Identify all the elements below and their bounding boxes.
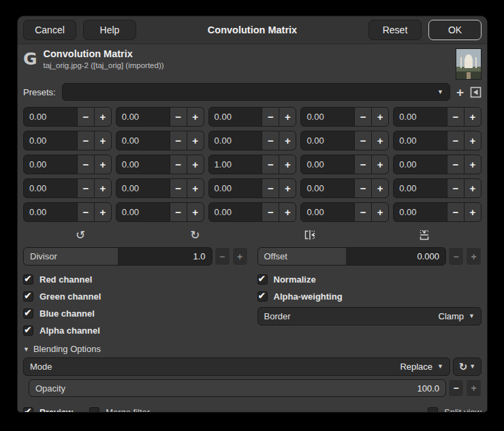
blue-channel-checkbox[interactable]: Blue channel bbox=[23, 305, 248, 322]
increment-button[interactable]: + bbox=[371, 203, 388, 221]
reset-button[interactable]: Reset bbox=[368, 20, 422, 40]
checkbox-box[interactable] bbox=[257, 291, 268, 302]
split-view-checkbox[interactable]: Split view bbox=[428, 404, 482, 413]
decrement-button[interactable]: − bbox=[262, 131, 279, 150]
increment-button[interactable]: + bbox=[279, 179, 296, 197]
preview-checkbox[interactable]: Preview bbox=[23, 404, 73, 413]
matrix-cell-0-2[interactable]: 0.00−+ bbox=[208, 107, 297, 127]
increment-button[interactable]: + bbox=[94, 179, 111, 197]
mode-select[interactable]: Mode Replace ▼ bbox=[23, 357, 450, 376]
matrix-cell-value[interactable]: 0.00 bbox=[394, 131, 447, 150]
increment-button[interactable]: + bbox=[94, 108, 111, 126]
decrement-button[interactable]: − bbox=[447, 108, 464, 126]
matrix-cell-0-4[interactable]: 0.00−+ bbox=[393, 107, 482, 127]
matrix-cell-2-4[interactable]: 0.00−+ bbox=[393, 155, 482, 174]
flip-vertical-button[interactable] bbox=[367, 227, 482, 243]
divisor-slider[interactable]: Divisor 1.0 bbox=[23, 247, 212, 266]
matrix-cell-value[interactable]: 0.00 bbox=[116, 131, 170, 150]
matrix-cell-4-2[interactable]: 0.00−+ bbox=[208, 202, 297, 222]
cancel-button[interactable]: Cancel bbox=[23, 20, 76, 40]
matrix-cell-3-1[interactable]: 0.00−+ bbox=[116, 178, 204, 198]
offset-slider[interactable]: Offset 0.000 bbox=[257, 247, 447, 266]
increment-button[interactable]: + bbox=[187, 203, 204, 221]
decrement-button[interactable]: − bbox=[170, 108, 187, 126]
decrement-button[interactable]: − bbox=[77, 203, 94, 221]
matrix-cell-value[interactable]: 0.00 bbox=[394, 203, 447, 221]
green-channel-checkbox[interactable]: Green channel bbox=[23, 288, 248, 305]
increment-button[interactable]: + bbox=[371, 108, 388, 126]
matrix-cell-3-4[interactable]: 0.00−+ bbox=[393, 178, 482, 198]
matrix-cell-2-2[interactable]: 1.00−+ bbox=[208, 155, 297, 174]
matrix-cell-value[interactable]: 0.00 bbox=[209, 108, 262, 126]
decrement-button[interactable]: − bbox=[262, 155, 279, 174]
increment-button[interactable]: + bbox=[279, 203, 296, 221]
matrix-cell-1-2[interactable]: 0.00−+ bbox=[208, 131, 297, 150]
increment-button[interactable]: + bbox=[279, 108, 296, 126]
rotate-ccw-button[interactable]: ↺ bbox=[23, 227, 138, 243]
matrix-cell-value[interactable]: 0.00 bbox=[301, 155, 354, 174]
matrix-cell-value[interactable]: 0.00 bbox=[24, 179, 77, 197]
matrix-cell-value[interactable]: 0.00 bbox=[301, 179, 354, 197]
checkbox-box[interactable] bbox=[89, 407, 99, 413]
matrix-cell-0-3[interactable]: 0.00−+ bbox=[300, 107, 389, 127]
checkbox-box[interactable] bbox=[23, 308, 33, 319]
matrix-cell-1-0[interactable]: 0.00−+ bbox=[23, 131, 112, 150]
opacity-slider[interactable]: Opacity 100.0 bbox=[29, 379, 446, 397]
matrix-cell-value[interactable]: 1.00 bbox=[209, 155, 262, 174]
increment-button[interactable]: + bbox=[187, 108, 204, 126]
offset-decrement-button[interactable]: − bbox=[448, 247, 464, 266]
matrix-cell-value[interactable]: 0.00 bbox=[301, 108, 354, 126]
decrement-button[interactable]: − bbox=[77, 108, 94, 126]
ok-button[interactable]: OK bbox=[428, 20, 482, 40]
decrement-button[interactable]: − bbox=[447, 203, 464, 221]
red-channel-checkbox[interactable]: Red channel bbox=[23, 271, 248, 288]
decrement-button[interactable]: − bbox=[262, 179, 279, 197]
matrix-cell-3-2[interactable]: 0.00−+ bbox=[208, 178, 297, 198]
decrement-button[interactable]: − bbox=[447, 155, 464, 174]
increment-button[interactable]: + bbox=[464, 131, 481, 150]
decrement-button[interactable]: − bbox=[170, 131, 187, 150]
matrix-cell-1-3[interactable]: 0.00−+ bbox=[300, 131, 389, 150]
merge-filter-checkbox[interactable]: Merge filter bbox=[89, 404, 150, 413]
matrix-cell-value[interactable]: 0.00 bbox=[116, 155, 170, 174]
border-select[interactable]: Border Clamp ▼ bbox=[257, 307, 482, 325]
increment-button[interactable]: + bbox=[464, 179, 481, 197]
decrement-button[interactable]: − bbox=[77, 131, 94, 150]
matrix-cell-4-0[interactable]: 0.00−+ bbox=[23, 202, 112, 222]
increment-button[interactable]: + bbox=[279, 131, 296, 150]
matrix-cell-2-0[interactable]: 0.00−+ bbox=[23, 155, 112, 174]
matrix-cell-4-1[interactable]: 0.00−+ bbox=[116, 202, 204, 222]
decrement-button[interactable]: − bbox=[77, 179, 94, 197]
decrement-button[interactable]: − bbox=[354, 203, 371, 221]
matrix-cell-0-1[interactable]: 0.00−+ bbox=[116, 107, 204, 127]
flip-horizontal-button[interactable] bbox=[253, 227, 367, 243]
help-button[interactable]: Help bbox=[83, 20, 136, 40]
decrement-button[interactable]: − bbox=[354, 131, 371, 150]
increment-button[interactable]: + bbox=[187, 131, 204, 150]
matrix-cell-1-1[interactable]: 0.00−+ bbox=[116, 131, 204, 150]
matrix-cell-value[interactable]: 0.00 bbox=[209, 203, 262, 221]
normalize-checkbox[interactable]: Normalize bbox=[257, 271, 482, 288]
matrix-cell-value[interactable]: 0.00 bbox=[394, 155, 447, 174]
rotate-cw-button[interactable]: ↻ bbox=[138, 227, 252, 243]
increment-button[interactable]: + bbox=[187, 155, 204, 174]
decrement-button[interactable]: − bbox=[354, 179, 371, 197]
decrement-button[interactable]: − bbox=[354, 108, 371, 126]
manage-presets-button[interactable] bbox=[470, 86, 482, 98]
matrix-cell-value[interactable]: 0.00 bbox=[394, 179, 447, 197]
increment-button[interactable]: + bbox=[187, 179, 204, 197]
increment-button[interactable]: + bbox=[464, 108, 481, 126]
matrix-cell-value[interactable]: 0.00 bbox=[209, 179, 262, 197]
decrement-button[interactable]: − bbox=[354, 155, 371, 174]
matrix-cell-value[interactable]: 0.00 bbox=[116, 108, 170, 126]
matrix-cell-1-4[interactable]: 0.00−+ bbox=[393, 131, 482, 150]
decrement-button[interactable]: − bbox=[262, 203, 279, 221]
checkbox-box[interactable] bbox=[23, 291, 33, 302]
matrix-cell-2-3[interactable]: 0.00−+ bbox=[300, 155, 389, 174]
matrix-cell-0-0[interactable]: 0.00−+ bbox=[23, 107, 112, 127]
matrix-cell-value[interactable]: 0.00 bbox=[301, 131, 354, 150]
alpha-channel-checkbox[interactable]: Alpha channel bbox=[23, 322, 248, 339]
matrix-cell-value[interactable]: 0.00 bbox=[24, 131, 77, 150]
offset-increment-button[interactable]: + bbox=[466, 247, 482, 266]
matrix-cell-value[interactable]: 0.00 bbox=[24, 155, 77, 174]
